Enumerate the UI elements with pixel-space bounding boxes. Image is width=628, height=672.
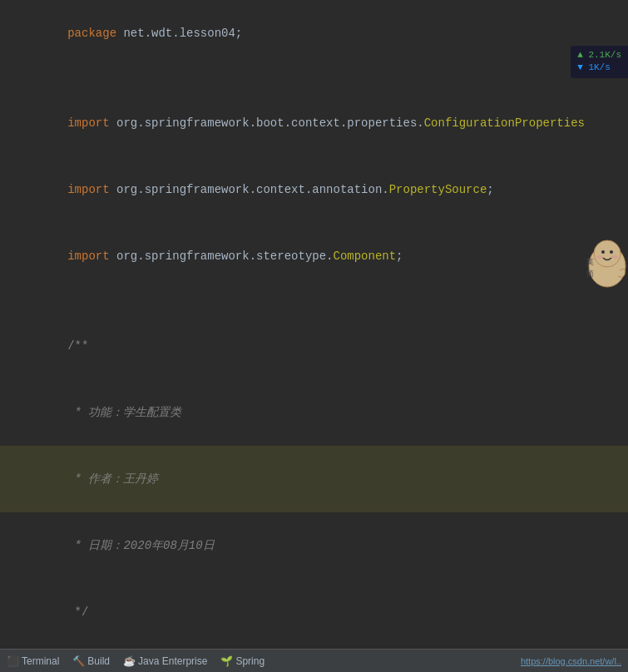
terminal-icon: ⬛ <box>7 655 18 667</box>
download-speed: ▼ 1K/s <box>577 62 621 74</box>
code-line-9: * 作者：王丹婷 <box>0 446 628 512</box>
terminal-tab[interactable]: ⬛ Terminal <box>7 655 59 667</box>
code-line-5: import org.springframework.stereotype.Co… <box>0 223 628 289</box>
svg-point-1 <box>594 240 621 267</box>
code-line-8: * 功能：学生配置类 <box>0 379 628 446</box>
network-speed-widget: ▲ 2.1K/s ▼ 1K/s <box>571 46 628 78</box>
code-line-2 <box>0 67 628 90</box>
java-enterprise-tab[interactable]: ☕ Java Enterprise <box>123 655 207 667</box>
java-icon: ☕ <box>123 655 135 667</box>
up-arrow-icon: ▲ <box>577 50 583 60</box>
code-line-1: package net.wdt.lesson04; <box>0 0 628 67</box>
decorative-sticker: 英 简 <box>561 225 628 291</box>
code-editor[interactable]: ▲ 2.1K/s ▼ 1K/s 英 简 <box>0 0 628 649</box>
build-label: Build <box>87 655 110 667</box>
spring-label: Spring <box>235 655 265 667</box>
url-display: https://blog.csdn.net/w/l.. <box>521 655 621 668</box>
bottom-toolbar: ⬛ Terminal 🔨 Build ☕ Java Enterprise 🌱 S… <box>0 649 628 672</box>
spring-tab[interactable]: 🌱 Spring <box>220 655 265 667</box>
code-line-3: import org.springframework.boot.context.… <box>0 90 628 156</box>
svg-point-4 <box>596 255 603 259</box>
svg-point-3 <box>610 250 613 254</box>
code-line-7: /** <box>0 313 628 379</box>
java-enterprise-label: Java Enterprise <box>138 655 207 667</box>
svg-text:英: 英 <box>586 258 594 266</box>
terminal-label: Terminal <box>22 655 59 667</box>
svg-point-2 <box>601 250 605 254</box>
svg-text:简: 简 <box>586 269 594 278</box>
code-line-10: * 日期：2020年08月10日 <box>0 512 628 579</box>
build-icon: 🔨 <box>72 655 84 667</box>
down-arrow-icon: ▼ <box>577 62 583 72</box>
svg-point-5 <box>611 255 618 259</box>
line-content-1: package net.wdt.lesson04; <box>5 1 628 66</box>
code-line-11: */ <box>0 579 628 645</box>
build-tab[interactable]: 🔨 Build <box>72 655 110 667</box>
spring-icon: 🌱 <box>220 655 232 667</box>
code-line-4: import org.springframework.context.annot… <box>0 156 628 223</box>
upload-speed: ▲ 2.1K/s <box>577 49 621 62</box>
code-lines: package net.wdt.lesson04; import org.spr… <box>0 0 628 649</box>
code-line-6 <box>0 289 628 313</box>
